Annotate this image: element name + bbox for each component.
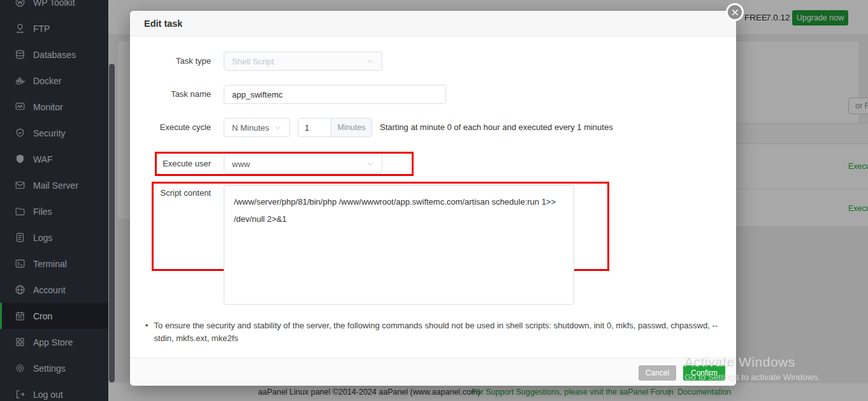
cycle-type-select[interactable]: N Minutes [224,118,290,137]
chevron-down-icon [274,124,282,131]
task-type-label: Task type [130,52,211,71]
dialog-close-button[interactable] [726,3,744,21]
cycle-minutes-group: Minutes [298,118,372,137]
security-note: • To ensure the security and stability o… [145,319,728,345]
task-type-select[interactable]: Shell Script [224,52,382,71]
note-bullet: • [145,319,148,345]
edit-task-dialog: Edit task Task type Shell Script Task na… [130,11,736,386]
task-name-input[interactable] [224,85,446,104]
chevron-down-icon [366,160,374,168]
script-content-label: Script content [130,187,211,200]
confirm-button[interactable]: Confirm [683,365,725,381]
chevron-down-icon [366,57,374,65]
close-icon [731,8,739,17]
execute-user-select[interactable]: www [224,154,382,173]
dialog-header: Edit task [130,11,736,36]
execute-user-value: www [232,159,250,169]
cycle-hint-text: Starting at minute 0 of each hour and ex… [380,118,613,137]
cancel-button[interactable]: Cancel [639,365,676,381]
cycle-type-value: N Minutes [232,123,270,133]
execute-cycle-label: Execute cycle [130,118,211,137]
script-content-textarea[interactable]: /www/server/php/81/bin/php /www/wwwroot/… [224,185,574,305]
execute-user-label: Execute user [130,154,211,173]
note-text: To ensure the security and stability of … [154,319,728,345]
task-name-label: Task name [130,85,211,104]
cycle-unit-suffix: Minutes [331,119,372,136]
cycle-n-input[interactable] [298,119,331,136]
task-type-value: Shell Script [232,57,274,66]
dialog-footer: Cancel Confirm [130,358,736,386]
dialog-title: Edit task [144,18,182,29]
